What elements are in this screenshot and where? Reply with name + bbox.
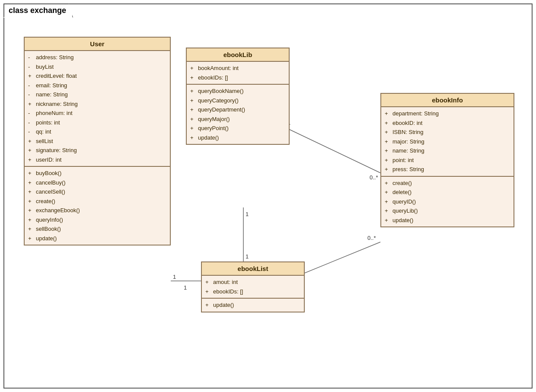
user-attr-7: -phoneNum: int bbox=[25, 108, 170, 118]
user-attr-1: -address: String bbox=[25, 53, 170, 62]
class-user: User -address: String -buyList +creditLe… bbox=[24, 37, 171, 245]
class-ebooklist-header: ebookList bbox=[202, 262, 304, 276]
user-attr-11: +signature: String bbox=[25, 146, 170, 155]
svg-text:1: 1 bbox=[246, 211, 249, 217]
ebookinfo-method-5: +update() bbox=[381, 216, 514, 225]
user-attr-5: -name: String bbox=[25, 90, 170, 99]
ebooklist-attr-2: +ebookIDs: [] bbox=[202, 287, 304, 296]
ebooklib-method-6: +update() bbox=[187, 133, 289, 143]
user-attr-8: -points: int bbox=[25, 118, 170, 127]
class-user-methods: +buyBook() +cancelBuy() +cancelSell() +c… bbox=[25, 167, 170, 245]
user-method-4: +create() bbox=[25, 197, 170, 206]
ebookinfo-attr-7: +press: String bbox=[381, 165, 514, 174]
ebookinfo-attr-3: +ISBN: String bbox=[381, 127, 514, 137]
user-attr-4: -email: String bbox=[25, 81, 170, 90]
user-attr-2: -buyList bbox=[25, 62, 170, 72]
class-ebookinfo: ebookInfo +department: String +ebookID: … bbox=[380, 93, 514, 227]
class-ebooklib-header: ebookLib bbox=[187, 48, 289, 62]
ebooklib-attr-2: +ebookIDs: [] bbox=[187, 73, 289, 83]
user-method-1: +buyBook() bbox=[25, 169, 170, 178]
class-ebooklib-attributes: +bookAmount: int +ebookIDs: [] bbox=[187, 62, 289, 85]
ebooklib-method-1: +queryBookName() bbox=[187, 86, 289, 96]
class-ebooklist: ebookList +amout: int +ebookIDs: [] +upd… bbox=[201, 261, 305, 312]
class-ebookinfo-methods: +create() +delete() +queryID() +queryLib… bbox=[381, 177, 514, 227]
class-ebooklib: ebookLib +bookAmount: int +ebookIDs: [] … bbox=[186, 48, 290, 145]
user-method-6: +queryInfo() bbox=[25, 215, 170, 225]
diagram-area: 1 1 1 0..* 1 0..* 1 1 User -address: Str… bbox=[4, 4, 532, 388]
ebookinfo-method-3: +queryID() bbox=[381, 197, 514, 207]
user-attr-3: +creditLevel: float bbox=[25, 71, 170, 81]
class-user-header: User bbox=[25, 38, 170, 51]
user-attr-12: +userID: int bbox=[25, 155, 170, 165]
ebookinfo-attr-6: +point: int bbox=[381, 156, 514, 165]
user-attr-9: -qq: int bbox=[25, 127, 170, 137]
user-method-3: +cancelSell() bbox=[25, 187, 170, 197]
svg-text:1: 1 bbox=[184, 284, 187, 291]
class-ebookinfo-header: ebookInfo bbox=[381, 94, 514, 107]
svg-text:1: 1 bbox=[246, 253, 249, 260]
ebooklib-method-2: +queryCategory() bbox=[187, 96, 289, 105]
ebookinfo-attr-5: +name: String bbox=[381, 146, 514, 156]
ebookinfo-attr-1: +department: String bbox=[381, 109, 514, 118]
class-ebooklist-methods: +update() bbox=[202, 299, 304, 312]
diagram-container: class exchange 1 1 1 0..* 1 0..* 1 1 bbox=[3, 3, 533, 389]
ebookinfo-attr-4: +major: String bbox=[381, 137, 514, 147]
class-user-attributes: -address: String -buyList +creditLevel: … bbox=[25, 51, 170, 167]
ebooklist-attr-1: +amout: int bbox=[202, 277, 304, 287]
diagram-title: class exchange bbox=[3, 3, 73, 18]
class-ebooklist-attributes: +amout: int +ebookIDs: [] bbox=[202, 276, 304, 299]
ebookinfo-method-4: +queryLib() bbox=[381, 206, 514, 216]
user-method-7: +sellBook() bbox=[25, 224, 170, 234]
user-method-8: +update() bbox=[25, 234, 170, 243]
svg-text:0..*: 0..* bbox=[367, 235, 376, 241]
svg-text:1: 1 bbox=[173, 274, 176, 280]
svg-text:0..*: 0..* bbox=[370, 174, 378, 181]
svg-line-7 bbox=[285, 127, 380, 173]
user-attr-10: +sellList bbox=[25, 137, 170, 146]
ebookinfo-method-2: +delete() bbox=[381, 188, 514, 197]
ebookinfo-method-1: +create() bbox=[381, 178, 514, 188]
user-method-2: +cancelBuy() bbox=[25, 178, 170, 188]
ebooklib-method-3: +queryDepartment() bbox=[187, 105, 289, 115]
ebooklist-method-1: +update() bbox=[202, 300, 304, 310]
ebooklib-attr-1: +bookAmount: int bbox=[187, 64, 289, 73]
user-method-5: +exchangeEbook() bbox=[25, 206, 170, 215]
ebooklib-method-5: +queryPoint() bbox=[187, 124, 289, 133]
ebookinfo-attr-2: +ebookID: int bbox=[381, 118, 514, 128]
class-ebookinfo-attributes: +department: String +ebookID: int +ISBN:… bbox=[381, 107, 514, 177]
ebooklib-method-4: +queryMajor() bbox=[187, 115, 289, 124]
class-ebooklib-methods: +queryBookName() +queryCategory() +query… bbox=[187, 85, 289, 144]
user-attr-6: +nickname: String bbox=[25, 99, 170, 109]
